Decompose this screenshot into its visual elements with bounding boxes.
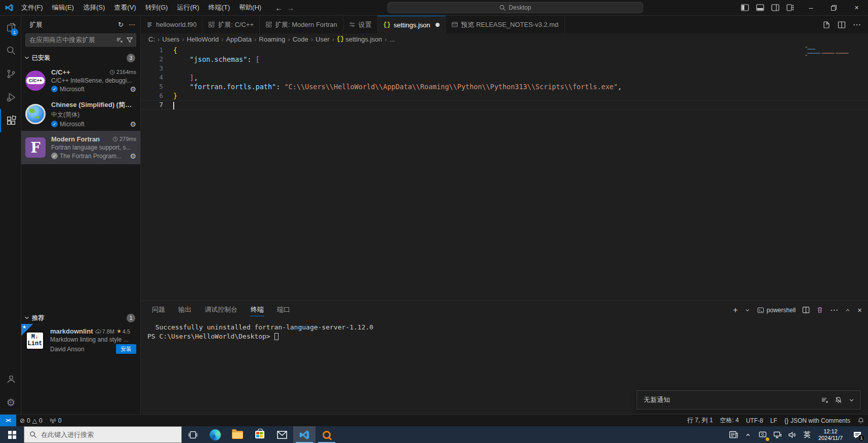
code-line[interactable]: 3 — [141, 64, 868, 73]
breadcrumb-item[interactable]: C: — [148, 35, 155, 43]
menu-goto[interactable]: 转到(G) — [141, 0, 173, 15]
hidden-icons-chevron[interactable] — [741, 426, 756, 443]
taskbar-search-input[interactable]: 在此键入进行搜索 — [24, 426, 182, 443]
edge-icon[interactable] — [204, 426, 226, 443]
split-terminal-icon[interactable] — [802, 306, 810, 314]
panel-tab-debug-console[interactable]: 调试控制台 — [204, 301, 238, 319]
menu-terminal[interactable]: 终端(T) — [204, 0, 234, 15]
tab-settings-json[interactable]: {} settings.json — [378, 16, 446, 33]
settings-gear-icon[interactable]: ⚙ — [0, 391, 21, 414]
shell-label[interactable]: powershell — [757, 307, 796, 314]
clear-all-notifications-icon[interactable] — [821, 396, 828, 404]
volume-icon[interactable] — [785, 426, 800, 443]
encoding[interactable]: UTF-8 — [742, 415, 767, 426]
start-button[interactable] — [0, 426, 24, 443]
tab-extension-modern-fortran[interactable]: 扩展: Modern Fortran — [260, 16, 343, 33]
breadcrumb-item[interactable]: ... — [389, 35, 395, 43]
extension-item-chinese[interactable]: Chinese (Simplified) (简体... 中文(简体) ✓ Mic… — [21, 97, 140, 131]
toggle-sidebar-icon[interactable] — [741, 4, 749, 12]
cursor-position[interactable]: 行 7, 列 1 — [684, 415, 717, 426]
explorer-icon[interactable]: 1 — [0, 16, 21, 39]
sync-status-icon[interactable] — [756, 426, 770, 443]
code-line[interactable]: 5 "fortran.fortls.path": "C:\\Users\\Hel… — [141, 82, 868, 91]
menu-run[interactable]: 运行(R) — [172, 0, 204, 15]
extension-item-markdownlint[interactable]: ★ M↓ Lint markdownlint 7.8M ★4.5 Markdow… — [21, 324, 140, 357]
remote-indicator[interactable]: >< — [0, 415, 16, 426]
install-button[interactable]: 安装 — [116, 344, 136, 354]
microsoft-store-icon[interactable] — [249, 426, 271, 443]
menu-help[interactable]: 帮助(H) — [234, 0, 266, 15]
code-line[interactable]: 7 — [141, 100, 868, 109]
toggle-secondary-sidebar-icon[interactable] — [771, 4, 779, 12]
open-settings-ui-icon[interactable] — [822, 21, 831, 29]
tab-preview-release-notes[interactable]: 预览 RELEASE_NOTES-v3.2.md — [446, 16, 565, 33]
breadcrumb-item[interactable]: Roaming — [259, 35, 285, 43]
accounts-icon[interactable] — [0, 367, 21, 391]
editor-scrollbar[interactable] — [861, 45, 868, 301]
action-center-button[interactable]: 1 — [847, 426, 868, 443]
task-view-button[interactable] — [182, 426, 204, 443]
manage-gear-icon[interactable]: ⚙ — [130, 120, 136, 128]
mail-icon[interactable] — [271, 426, 293, 443]
input-language-indicator[interactable]: 英 — [800, 426, 814, 443]
code-line[interactable]: 1{ — [141, 46, 868, 55]
code-line[interactable]: 4 ], — [141, 73, 868, 82]
tab-extension-cpp[interactable]: 扩展: C/C++ — [203, 16, 260, 33]
menu-edit[interactable]: 编辑(E) — [48, 0, 78, 15]
modified-dot-icon[interactable] — [436, 23, 440, 27]
news-widget-icon[interactable] — [726, 426, 741, 443]
breadcrumb-item[interactable]: Users — [162, 35, 179, 43]
manage-gear-icon[interactable]: ⚙ — [130, 85, 136, 93]
toggle-panel-icon[interactable] — [756, 4, 764, 12]
forward-arrow-icon[interactable]: → — [287, 4, 294, 12]
minimize-button[interactable]: – — [800, 0, 822, 15]
panel-tab-ports[interactable]: 端口 — [277, 301, 291, 319]
language-mode[interactable]: {}JSON with Comments — [781, 415, 854, 426]
panel-tab-output[interactable]: 输出 — [178, 301, 192, 319]
command-center-search[interactable]: Desktop — [387, 2, 643, 13]
close-window-button[interactable]: × — [845, 0, 868, 15]
breadcrumb-item[interactable]: HelloWorld — [187, 35, 219, 43]
problems-status[interactable]: ⊘0 △0 — [16, 415, 46, 426]
recommended-section-header[interactable]: 推荐 1 — [21, 312, 140, 324]
tab-settings[interactable]: 设置 — [343, 16, 378, 33]
run-debug-icon[interactable] — [0, 86, 21, 109]
menu-selection[interactable]: 选择(S) — [78, 0, 109, 15]
clear-filter-icon[interactable] — [116, 36, 123, 44]
eol-sequence[interactable]: LF — [767, 415, 781, 426]
extension-item-modern-fortran[interactable]: F Modern Fortran 279ms Fortran language … — [21, 131, 140, 164]
everything-search-icon[interactable] — [315, 426, 338, 443]
ports-status[interactable]: 0 — [46, 415, 65, 426]
code-line[interactable]: 2 "json.schemas": [ — [141, 55, 868, 64]
panel-more-actions-icon[interactable]: ⋯ — [830, 305, 838, 315]
breadcrumb-item[interactable]: settings.json — [345, 35, 382, 43]
hide-notifications-icon[interactable] — [848, 397, 855, 403]
code-line[interactable]: 6} — [141, 91, 868, 100]
extensions-view-icon[interactable] — [0, 109, 21, 132]
installed-section-header[interactable]: 已安装 3 — [21, 52, 140, 64]
maximize-panel-icon[interactable] — [845, 307, 851, 313]
refresh-icon[interactable]: ↻ — [118, 21, 124, 28]
code-editor[interactable]: 1{2 "json.schemas": [34 ],5 "fortran.for… — [141, 45, 868, 301]
restore-button[interactable] — [822, 0, 845, 15]
breadcrumb-item[interactable]: User — [315, 35, 329, 43]
extension-item-cpp[interactable]: C/C++ C/C++ 2164ms C/C++ IntelliSense, d… — [21, 64, 140, 97]
terminal-dropdown-icon[interactable] — [744, 307, 751, 313]
split-editor-icon[interactable] — [838, 21, 846, 29]
back-arrow-icon[interactable]: ← — [275, 4, 283, 12]
panel-tab-terminal[interactable]: 终端 — [250, 301, 264, 319]
do-not-disturb-icon[interactable] — [835, 396, 842, 404]
menu-view[interactable]: 查看(V) — [109, 0, 140, 15]
minimap[interactable] — [804, 46, 861, 106]
indentation[interactable]: 空格: 4 — [717, 415, 742, 426]
breadcrumb-item[interactable]: Code — [293, 35, 308, 43]
customize-layout-icon[interactable] — [786, 4, 795, 12]
tab-helloworld-f90[interactable]: helloworld.f90 — [141, 16, 203, 33]
extensions-search-input[interactable]: 在应用商店中搜索扩展 — [25, 33, 136, 47]
breadcrumb-item[interactable]: AppData — [226, 35, 252, 43]
more-actions-icon[interactable]: ⋯ — [129, 21, 135, 28]
notifications-bell-icon[interactable] — [854, 415, 868, 426]
manage-gear-icon[interactable]: ⚙ — [130, 152, 136, 160]
filter-icon[interactable] — [126, 36, 133, 44]
taskbar-clock[interactable]: 12:12 2024/11/7 — [814, 426, 847, 443]
